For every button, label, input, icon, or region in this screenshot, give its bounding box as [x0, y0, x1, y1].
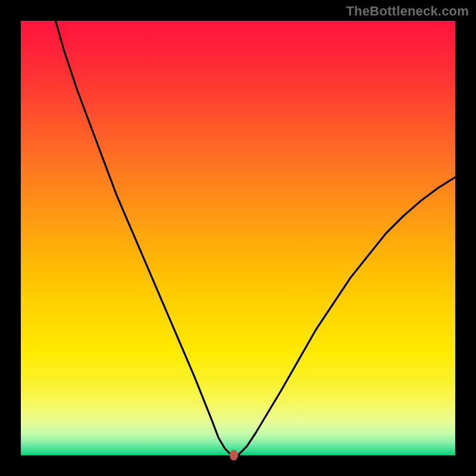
- plot-area: [21, 21, 455, 455]
- chart-frame: TheBottleneck.com: [0, 0, 476, 476]
- optimal-point-marker: [230, 450, 238, 461]
- watermark-text: TheBottleneck.com: [346, 4, 469, 19]
- curve-svg: [21, 21, 455, 455]
- bottleneck-curve: [55, 21, 455, 455]
